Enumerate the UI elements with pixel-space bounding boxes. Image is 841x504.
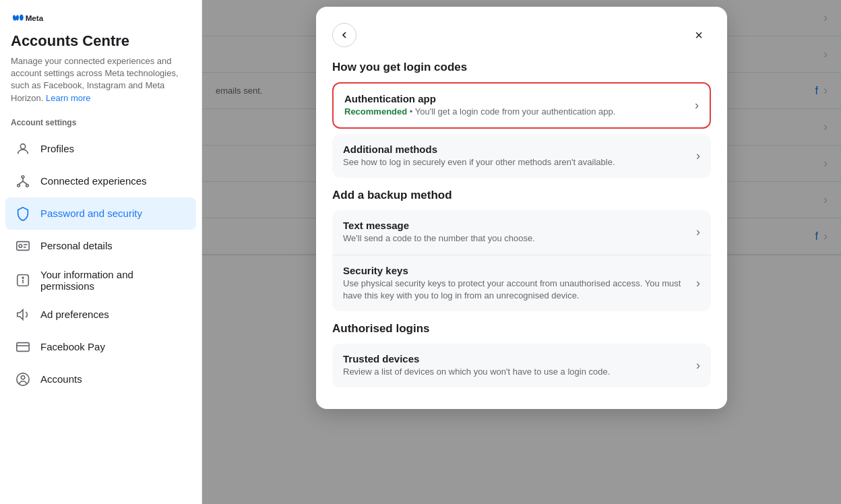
authorised-section: Authorised logins Trusted devices Review… [332, 322, 711, 387]
meta-logo: Meta [11, 11, 191, 24]
auth-app-chevron: › [695, 98, 699, 113]
trusted-devices-card: Trusted devices Review a list of devices… [332, 344, 711, 387]
login-codes-title: How you get login codes [332, 61, 711, 74]
svg-point-13 [22, 277, 24, 278]
svg-line-6 [19, 181, 23, 185]
sidebar-header: Meta Accounts Centre Manage your connect… [0, 0, 201, 110]
sidebar-item-ad-label: Ad preferences [40, 309, 109, 320]
sidebar-description: Manage your connected experiences and ac… [11, 55, 191, 104]
backup-methods-card: Text message We'll send a code to the nu… [332, 210, 711, 311]
recommended-label: Recommended [344, 106, 407, 117]
sidebar-item-accounts-label: Accounts [40, 373, 82, 385]
sidebar-item-profiles-label: Profiles [40, 143, 74, 154]
svg-line-7 [23, 181, 27, 185]
additional-methods-item[interactable]: Additional methods See how to log in sec… [332, 134, 711, 178]
close-button[interactable]: × [687, 23, 711, 47]
svg-rect-15 [17, 342, 29, 351]
auth-app-title: Authentication app [344, 93, 689, 104]
svg-text:Meta: Meta [26, 13, 44, 22]
back-button[interactable] [332, 23, 356, 47]
trusted-devices-item[interactable]: Trusted devices Review a list of devices… [332, 344, 711, 387]
text-message-title: Text message [343, 220, 691, 231]
security-keys-subtitle: Use physical security keys to protect yo… [343, 278, 691, 302]
svg-point-9 [19, 244, 22, 247]
sidebar-item-info-label: Your information and permissions [40, 269, 188, 292]
svg-point-1 [20, 144, 25, 148]
shield-icon [13, 204, 32, 223]
svg-point-4 [26, 184, 29, 187]
modal-overlay: × How you get login codes Authentication… [202, 0, 841, 504]
sidebar-item-connected[interactable]: Connected experiences [5, 165, 196, 197]
sidebar-item-ad-preferences[interactable]: Ad preferences [5, 298, 196, 331]
trusted-devices-subtitle: Review a list of devices on which you wo… [343, 366, 691, 378]
sidebar-item-facebook-pay[interactable]: Facebook Pay [5, 331, 196, 363]
modal: × How you get login codes Authentication… [316, 7, 727, 409]
id-card-icon [13, 237, 32, 255]
authorised-section-title: Authorised logins [332, 322, 711, 336]
security-keys-content: Security keys Use physical security keys… [343, 265, 691, 302]
svg-point-18 [21, 375, 25, 379]
auth-app-subtitle: Recommended • You'll get a login code fr… [344, 106, 689, 118]
learn-more-link[interactable]: Learn more [46, 93, 90, 103]
megaphone-icon [13, 305, 32, 324]
text-message-item[interactable]: Text message We'll send a code to the nu… [332, 210, 711, 255]
additional-methods-title: Additional methods [343, 144, 691, 155]
backup-section-title: Add a backup method [332, 189, 711, 202]
user-circle-icon [13, 370, 32, 389]
additional-methods-content: Additional methods See how to log in sec… [343, 144, 691, 168]
additional-methods-subtitle: See how to log in securely even if your … [343, 156, 691, 168]
sidebar-item-personal[interactable]: Personal details [5, 230, 196, 262]
auth-app-item[interactable]: Authentication app Recommended • You'll … [334, 84, 710, 127]
additional-methods-chevron: › [696, 149, 700, 163]
text-message-content: Text message We'll send a code to the nu… [343, 220, 691, 245]
backup-section: Add a backup method Text message We'll s… [332, 189, 711, 311]
auth-app-content: Authentication app Recommended • You'll … [344, 93, 689, 118]
sidebar: Meta Accounts Centre Manage your connect… [0, 0, 202, 504]
sidebar-item-personal-label: Personal details [40, 240, 113, 251]
sidebar-section-label: Account settings [0, 110, 201, 130]
person-icon [13, 139, 32, 158]
security-keys-title: Security keys [343, 265, 691, 276]
text-message-chevron: › [696, 225, 700, 239]
security-keys-chevron: › [696, 276, 700, 290]
sidebar-item-password[interactable]: Password and security [5, 197, 196, 230]
sidebar-nav: Profiles Connected experiences Password … [0, 130, 201, 398]
security-keys-item[interactable]: Security keys Use physical security keys… [332, 255, 711, 311]
sidebar-item-password-label: Password and security [40, 208, 142, 219]
sidebar-item-info-permissions[interactable]: Your information and permissions [5, 262, 196, 298]
svg-point-3 [18, 184, 20, 187]
sidebar-item-accounts[interactable]: Accounts [5, 363, 196, 396]
network-icon [13, 172, 32, 191]
auth-app-card: Authentication app Recommended • You'll … [332, 82, 711, 129]
credit-card-icon [13, 338, 32, 356]
sidebar-item-pay-label: Facebook Pay [40, 341, 105, 352]
login-codes-section: How you get login codes Authentication a… [332, 61, 711, 178]
trusted-devices-chevron: › [696, 358, 700, 373]
svg-point-2 [22, 176, 24, 179]
sidebar-title: Accounts Centre [11, 32, 191, 50]
trusted-devices-title: Trusted devices [343, 353, 691, 365]
main-content: › › emails sent. f › › › › [202, 0, 841, 504]
info-circle-icon [13, 271, 32, 290]
sidebar-item-connected-label: Connected experiences [40, 175, 147, 187]
text-message-subtitle: We'll send a code to the number that you… [343, 232, 691, 245]
trusted-devices-content: Trusted devices Review a list of devices… [343, 353, 691, 378]
modal-top-bar: × [332, 23, 711, 47]
sidebar-item-profiles[interactable]: Profiles [5, 133, 196, 165]
additional-methods-card: Additional methods See how to log in sec… [332, 134, 711, 178]
